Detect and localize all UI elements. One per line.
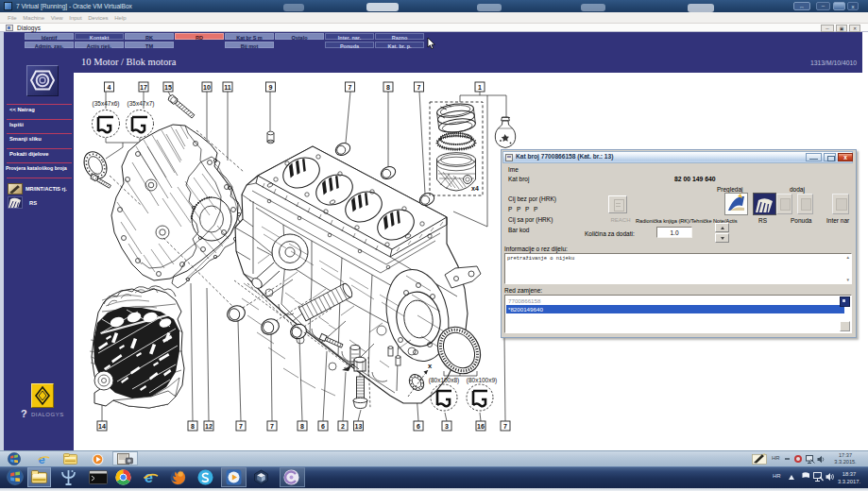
svg-text:16: 16 — [477, 423, 485, 430]
svg-text:3: 3 — [445, 423, 449, 430]
svg-text:8: 8 — [191, 423, 195, 430]
svg-text:(35x47x7): (35x47x7) — [128, 100, 155, 108]
svg-text:15: 15 — [164, 84, 172, 91]
svg-text:4: 4 — [108, 84, 111, 91]
svg-text:7: 7 — [349, 84, 352, 91]
svg-text:7: 7 — [417, 84, 421, 91]
svg-text:8: 8 — [386, 84, 390, 91]
svg-text:6: 6 — [417, 423, 420, 430]
svg-text:17: 17 — [140, 84, 147, 91]
svg-text:9: 9 — [269, 84, 273, 91]
svg-text:7: 7 — [503, 423, 507, 430]
svg-text:6: 6 — [321, 423, 325, 430]
svg-text:11: 11 — [224, 84, 231, 91]
svg-text:(80x100x9): (80x100x9) — [467, 377, 498, 384]
svg-text:(35x47x6): (35x47x6) — [93, 100, 120, 108]
svg-text:x4: x4 — [471, 185, 479, 192]
svg-text:10: 10 — [203, 84, 211, 91]
svg-text:8: 8 — [300, 423, 304, 430]
svg-text:1: 1 — [478, 84, 482, 91]
svg-text:12: 12 — [205, 423, 213, 430]
svg-text:7: 7 — [270, 423, 274, 430]
svg-text:13: 13 — [355, 423, 363, 430]
svg-text:7: 7 — [239, 423, 243, 430]
svg-text:14: 14 — [98, 423, 106, 430]
svg-text:(80x100x8): (80x100x8) — [429, 377, 460, 384]
svg-text:2: 2 — [341, 423, 345, 430]
